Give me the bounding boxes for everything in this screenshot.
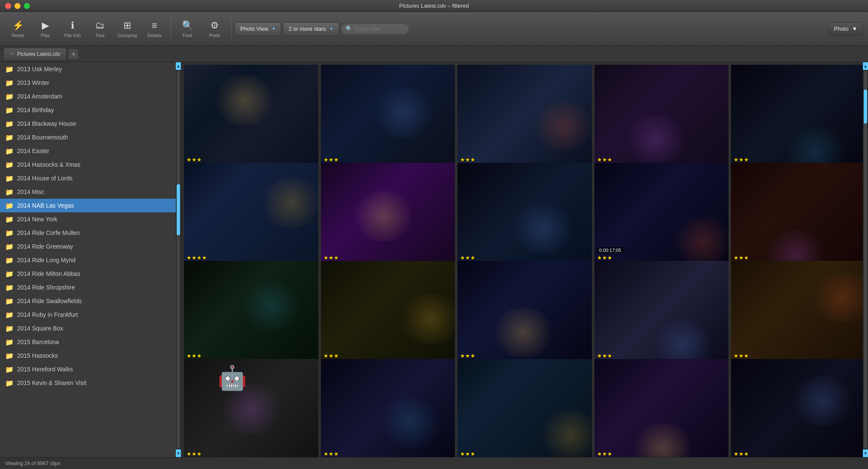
scrollbar-up-arrow[interactable]: ▲ — [176, 62, 181, 70]
sidebar-item[interactable]: 📁 2014 Square Box — [0, 321, 181, 335]
reset-label: Reset — [12, 33, 24, 38]
folder-icon: 📁 — [5, 188, 14, 196]
photo-cell[interactable]: ★★★ — [731, 163, 865, 263]
sidebar-item-label: 2015 Kevin & Sharen Visit — [17, 379, 86, 386]
prefs-button[interactable]: ⚙ Prefs — [202, 14, 227, 44]
photo-cell[interactable]: ★★★ — [457, 163, 592, 263]
fileinfo-button[interactable]: ℹ File Info — [60, 14, 85, 44]
tab-pictures-latest[interactable]: ✕ Pictures Latest.cdv — [3, 48, 67, 61]
sidebar-scrollbar[interactable]: ▲ ▼ — [176, 62, 181, 457]
close-button[interactable] — [5, 3, 11, 9]
main-content: 📁 2013 Usk Merley📁 2013 Winter📁 2014 Ams… — [0, 62, 868, 457]
filter-dropdown[interactable]: 2 or more stars ▼ — [283, 22, 339, 36]
sidebar-item[interactable]: 📁 2014 Bournemouth — [0, 130, 181, 144]
photo-scrollbar-up[interactable]: ▲ — [863, 62, 868, 70]
folder-icon: 📁 — [5, 120, 14, 128]
photo-area-scrollbar[interactable]: ▲ ▼ — [863, 62, 868, 457]
sidebar-item-label: 2014 Ride Milton Abbas — [17, 270, 80, 277]
sidebar-item[interactable]: 📁 2014 Misc — [0, 185, 181, 199]
sidebar-item[interactable]: 📁 2014 Birthday — [0, 103, 181, 117]
sidebar-item[interactable]: 📁 2015 Barcelona — [0, 335, 181, 349]
sidebar-item[interactable]: 📁 2013 Winter — [0, 76, 181, 90]
sidebar-scroll[interactable]: 📁 2013 Usk Merley📁 2013 Winter📁 2014 Ams… — [0, 62, 181, 457]
window-controls[interactable] — [5, 3, 30, 9]
find-icon: 🔍 — [182, 20, 193, 31]
sidebar-item-label: 2014 Ride Swallowfields — [17, 298, 82, 304]
title-bar: Pictures Latest.cdv – filtered — [0, 0, 868, 12]
sidebar-item-label: 2014 Misc — [17, 188, 44, 195]
sidebar-item-label: 2014 NAB Las Vegas — [17, 202, 74, 209]
photo-cell[interactable]: ★★★ — [321, 65, 455, 165]
photo-cell[interactable]: ★★★ — [594, 261, 729, 362]
photo-cell[interactable]: ★★★ — [321, 163, 455, 263]
sidebar-item[interactable]: 📁 2014 Hassocks & Xmas — [0, 158, 181, 171]
sidebar-item[interactable]: 📁 2014 Blackway House — [0, 117, 181, 130]
sidebar-item[interactable]: 📁 2014 NAB Las Vegas — [0, 199, 181, 212]
folder-icon: 📁 — [5, 311, 14, 319]
minimize-button[interactable] — [15, 3, 20, 9]
play-button[interactable]: ▶ Play — [32, 14, 58, 44]
photo-cell[interactable]: ★★★ — [731, 261, 865, 362]
sidebar-item[interactable]: 📁 2014 New York — [0, 212, 181, 226]
photo-cell[interactable]: ★★★0:00:17;05 — [594, 163, 729, 263]
sidebar-item-label: 2014 Ruby in Frankfurt — [17, 311, 78, 318]
sidebar-item[interactable]: 📁 2015 Kevin & Sharen Visit — [0, 376, 181, 390]
photo-cell[interactable]: ★★★ — [184, 261, 318, 362]
sidebar-item-label: 2014 House of Lords — [17, 175, 73, 182]
sidebar-item[interactable]: 📁 2014 Ride Milton Abbas — [0, 267, 181, 281]
photo-cell[interactable]: ★★★ — [457, 359, 592, 457]
photo-cell[interactable]: ★★★ — [457, 65, 592, 165]
folder-icon: 📁 — [5, 65, 14, 73]
separator-1 — [171, 18, 171, 40]
find-label: Find — [183, 33, 192, 38]
maximize-button[interactable] — [24, 3, 30, 9]
sidebar-item[interactable]: 📁 2014 Easter — [0, 144, 181, 158]
photo-stars: ★★★ — [460, 255, 475, 261]
view-dropdown[interactable]: Photo View ▼ — [235, 22, 281, 36]
sidebar-item[interactable]: 📁 2014 Ride Shropshire — [0, 281, 181, 294]
sidebar-item[interactable]: 📁 2014 Ruby in Frankfurt — [0, 308, 181, 321]
sidebar-item[interactable]: 📁 2014 Ride Greenway — [0, 240, 181, 253]
photo-stars: ★★★ — [460, 353, 475, 359]
folder-icon: 📁 — [5, 365, 14, 373]
photo-stars: ★★★ — [597, 255, 612, 261]
details-button[interactable]: ≡ Details — [142, 14, 167, 44]
sidebar-item[interactable]: 📁 2014 Ride Swallowfields — [0, 294, 181, 308]
sidebar-item[interactable]: 📁 2013 Usk Merley — [0, 62, 181, 76]
photo-stars: ★★★ — [460, 156, 475, 163]
quick-filter-box: 🔍 — [341, 23, 409, 35]
sidebar-item[interactable]: 📁 2014 Ride Corfe Mullen — [0, 226, 181, 240]
details-label: Details — [147, 33, 162, 38]
photo-cell[interactable]: ★★★ — [321, 359, 455, 457]
photo-scrollbar-down[interactable]: ▼ — [863, 449, 868, 457]
sidebar-item[interactable]: 📁 2014 Ride Long Mynd — [0, 253, 181, 267]
sidebar-item[interactable]: 📁 2015 Hassocks — [0, 349, 181, 362]
photo-grid: ★★★★★★★★★★★★★★★★★★★★★★★★★★★★0:00:17;05★★… — [181, 62, 868, 457]
sidebar-item[interactable]: 📁 2015 Hereford Walks — [0, 362, 181, 376]
find-button[interactable]: 🔍 Find — [175, 14, 200, 44]
reset-button[interactable]: ⚡ Reset — [5, 14, 31, 44]
sidebar-item-label: 2015 Hereford Walks — [17, 366, 73, 373]
photo-cell[interactable]: ★★★ — [731, 65, 865, 165]
tab-add-button[interactable]: + — [68, 49, 79, 59]
sidebar-item-label: 2014 Blackway House — [17, 120, 76, 127]
photo-cell[interactable]: ★★★ — [457, 261, 592, 362]
photo-cell[interactable]: ★★★ — [321, 261, 455, 362]
grouping-icon: ⊞ — [123, 20, 131, 31]
sidebar-item-label: 2014 Ride Corfe Mullen — [17, 229, 80, 236]
photo-cell[interactable]: ★★★ — [594, 65, 729, 165]
photo-cell[interactable]: ★★★ — [184, 65, 318, 165]
quick-filter-input[interactable] — [355, 26, 405, 32]
tree-button[interactable]: 🗂 Tree — [87, 14, 113, 44]
photo-cell[interactable]: ★★★🤖 — [184, 359, 318, 457]
scrollbar-down-arrow[interactable]: ▼ — [176, 449, 181, 457]
workspace-button[interactable]: Photo ▼ — [828, 22, 863, 36]
photo-cell[interactable]: ★★★★ — [184, 163, 318, 263]
photo-cell[interactable]: ★★★ — [594, 359, 729, 457]
sidebar-item[interactable]: 📁 2014 Amsterdam — [0, 90, 181, 103]
filter-dropdown-label: 2 or more stars — [288, 26, 326, 32]
sidebar-item[interactable]: 📁 2014 House of Lords — [0, 171, 181, 185]
photo-cell[interactable]: ★★★ — [731, 359, 865, 457]
tab-close-icon[interactable]: ✕ — [10, 51, 14, 57]
grouping-button[interactable]: ⊞ Grouping — [114, 14, 140, 44]
